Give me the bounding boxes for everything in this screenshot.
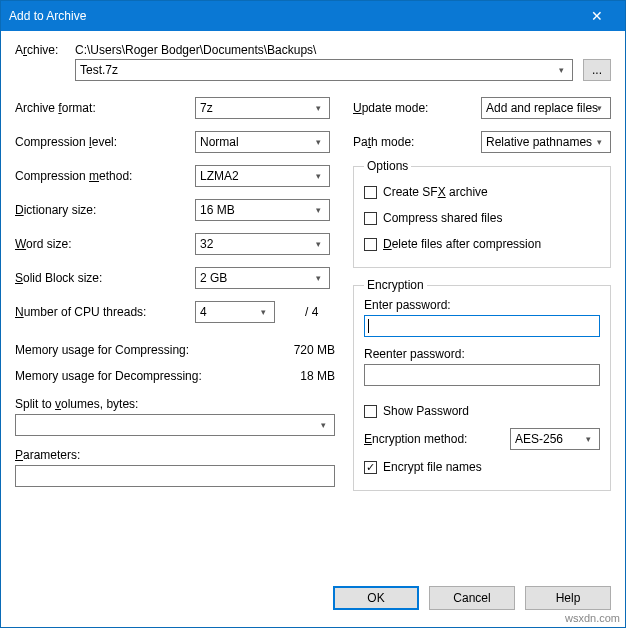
archive-file-combo[interactable]: Test.7z ▾	[75, 59, 573, 81]
checkbox-icon	[364, 405, 377, 418]
update-combo[interactable]: Add and replace files▾	[481, 97, 611, 119]
chevron-down-icon: ▾	[310, 239, 327, 249]
block-combo[interactable]: 2 GB▾	[195, 267, 330, 289]
format-label: Archive format:	[15, 101, 195, 115]
reenter-pw-label: Reenter password:	[364, 347, 600, 361]
mem-decompress-value: 18 MB	[215, 369, 335, 383]
password-reenter-input[interactable]	[364, 364, 600, 386]
checkbox-icon	[364, 212, 377, 225]
word-label: Word size:	[15, 237, 195, 251]
show-pw-label: Show Password	[383, 404, 469, 418]
dict-label: Dictionary size:	[15, 203, 195, 217]
enc-method-combo[interactable]: AES-256▾	[510, 428, 600, 450]
params-input[interactable]	[15, 465, 335, 487]
method-label: Compression method:	[15, 169, 195, 183]
pathmode-label: Path mode:	[353, 135, 481, 149]
titlebar[interactable]: Add to Archive ✕	[1, 1, 625, 31]
encryption-group: Encryption Enter password: Reenter passw…	[353, 278, 611, 491]
watermark-text: wsxdn.com	[565, 612, 620, 624]
checkbox-checked-icon: ✓	[364, 461, 377, 474]
close-icon[interactable]: ✕	[577, 1, 617, 31]
checkbox-icon	[364, 186, 377, 199]
level-combo[interactable]: Normal▾	[195, 131, 330, 153]
chevron-down-icon: ▾	[591, 103, 608, 113]
params-label: Parameters:	[15, 448, 335, 462]
enter-pw-label: Enter password:	[364, 298, 600, 312]
encrypt-names-row[interactable]: ✓ Encrypt file names	[364, 454, 600, 480]
chevron-down-icon: ▾	[310, 205, 327, 215]
options-legend: Options	[364, 159, 411, 173]
archive-file-value: Test.7z	[80, 63, 118, 77]
password-input[interactable]	[364, 315, 600, 337]
split-combo[interactable]: ▾	[15, 414, 335, 436]
block-label: Solid Block size:	[15, 271, 195, 285]
cancel-button[interactable]: Cancel	[429, 586, 515, 610]
chevron-down-icon: ▾	[310, 171, 327, 181]
chevron-down-icon: ▾	[310, 273, 327, 283]
browse-button[interactable]: ...	[583, 59, 611, 81]
method-combo[interactable]: LZMA2▾	[195, 165, 330, 187]
help-button[interactable]: Help	[525, 586, 611, 610]
archive-label: Archive:	[15, 43, 75, 57]
cpu-label: Number of CPU threads:	[15, 305, 195, 319]
mem-decompress-label: Memory usage for Decompressing:	[15, 369, 202, 383]
mem-compress-label: Memory usage for Compressing:	[15, 343, 189, 357]
split-label: Split to volumes, bytes:	[15, 397, 335, 411]
window-title: Add to Archive	[9, 9, 577, 23]
encryption-legend: Encryption	[364, 278, 427, 292]
update-label: Update mode:	[353, 101, 481, 115]
enc-method-label: Encryption method:	[364, 432, 502, 446]
button-bar: OK Cancel Help	[1, 579, 625, 627]
pathmode-combo[interactable]: Relative pathnames▾	[481, 131, 611, 153]
chevron-down-icon: ▾	[591, 137, 608, 147]
chevron-down-icon: ▾	[580, 434, 597, 444]
archive-path-text: C:\Users\Roger Bodger\Documents\Backups\	[75, 43, 611, 57]
sfx-label: Create SFX archive	[383, 185, 488, 199]
encrypt-names-label: Encrypt file names	[383, 460, 482, 474]
dict-combo[interactable]: 16 MB▾	[195, 199, 330, 221]
sfx-checkbox-row[interactable]: Create SFX archive	[364, 179, 600, 205]
chevron-down-icon: ▾	[255, 307, 272, 317]
ok-button[interactable]: OK	[333, 586, 419, 610]
left-column: Archive format: 7z▾ Compression level: N…	[15, 91, 335, 501]
format-combo[interactable]: 7z▾	[195, 97, 330, 119]
client-area: Archive: C:\Users\Roger Bodger\Documents…	[1, 31, 625, 579]
text-caret	[368, 319, 369, 333]
shared-checkbox-row[interactable]: Compress shared files	[364, 205, 600, 231]
chevron-down-icon: ▾	[553, 65, 570, 75]
chevron-down-icon: ▾	[310, 103, 327, 113]
cpu-max: / 4	[305, 305, 318, 319]
word-combo[interactable]: 32▾	[195, 233, 330, 255]
right-column: Update mode: Add and replace files▾ Path…	[353, 91, 611, 501]
cpu-combo[interactable]: 4▾	[195, 301, 275, 323]
shared-label: Compress shared files	[383, 211, 502, 225]
chevron-down-icon: ▾	[310, 137, 327, 147]
delete-label: Delete files after compression	[383, 237, 541, 251]
delete-checkbox-row[interactable]: Delete files after compression	[364, 231, 600, 257]
chevron-down-icon: ▾	[315, 420, 332, 430]
mem-compress-value: 720 MB	[215, 343, 335, 357]
window: Add to Archive ✕ Archive: C:\Users\Roger…	[0, 0, 626, 628]
level-label: Compression level:	[15, 135, 195, 149]
show-pw-row[interactable]: Show Password	[364, 398, 600, 424]
options-group: Options Create SFX archive Compress shar…	[353, 159, 611, 268]
checkbox-icon	[364, 238, 377, 251]
